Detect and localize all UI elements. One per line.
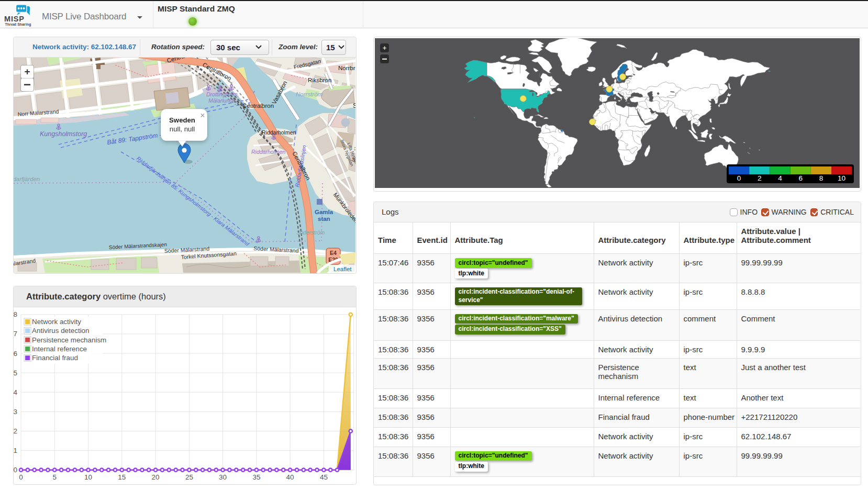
svg-text:30: 30 <box>219 473 227 481</box>
svg-text:ddarfjärden: ddarfjärden <box>14 176 40 182</box>
svg-text:Norrström: Norrström <box>296 91 323 97</box>
svg-text:stan: stan <box>318 216 330 222</box>
svg-text:Persistence mechanism: Persistence mechanism <box>32 336 106 344</box>
svg-text:3: 3 <box>14 408 18 416</box>
svg-text:Network activity: Network activity <box>32 318 81 326</box>
svg-text:Internal reference: Internal reference <box>32 345 87 353</box>
svg-text:2: 2 <box>758 174 762 182</box>
svg-text:Kungsholmstorg: Kungsholmstorg <box>40 130 87 138</box>
svg-text:Riddarholmen: Riddarholmen <box>262 129 296 136</box>
svg-text:2: 2 <box>14 427 18 435</box>
svg-text:Norrbr: Norrbr <box>338 65 355 71</box>
svg-text:Riksbron: Riksbron <box>308 77 331 83</box>
svg-text:Gamla: Gamla <box>315 209 333 215</box>
svg-text:Drottingholm,: Drottingholm, <box>206 91 239 97</box>
svg-text:+: + <box>383 44 387 52</box>
svg-text:1: 1 <box>14 447 18 454</box>
svg-text:8: 8 <box>14 310 18 318</box>
svg-text:Riddarholmen: Riddarholmen <box>251 149 286 155</box>
svg-text:35: 35 <box>252 473 260 481</box>
svg-text:S: S <box>353 102 355 109</box>
svg-text:5: 5 <box>14 369 18 377</box>
svg-text:10: 10 <box>838 174 845 182</box>
svg-text:0: 0 <box>19 473 23 481</box>
svg-text:25: 25 <box>185 473 193 481</box>
svg-text:MISP: MISP <box>4 15 25 23</box>
svg-text:8: 8 <box>819 174 824 182</box>
svg-text:Mälarlunch: Mälarlunch <box>208 97 236 104</box>
svg-text:Leaflet: Leaflet <box>333 266 352 272</box>
svg-text:Antivirus detection: Antivirus detection <box>32 327 89 335</box>
svg-text:40: 40 <box>286 473 294 481</box>
svg-text:20: 20 <box>152 473 160 481</box>
svg-text:5: 5 <box>53 473 57 481</box>
svg-text:45: 45 <box>320 473 328 481</box>
svg-text:10: 10 <box>84 473 92 481</box>
svg-text:null, null: null, null <box>170 125 195 133</box>
svg-text:15: 15 <box>118 473 126 481</box>
svg-text:Söderström: Söderström <box>296 229 325 236</box>
svg-text:0: 0 <box>14 466 18 474</box>
svg-text:6: 6 <box>798 174 803 182</box>
svg-text:Sweden: Sweden <box>169 116 195 124</box>
svg-text:Centralbron: Centralbron <box>242 103 274 109</box>
svg-text:Financial fraud: Financial fraud <box>32 354 78 362</box>
svg-text:+: + <box>24 66 30 77</box>
svg-text:6: 6 <box>14 350 18 358</box>
svg-text:Threat Sharing: Threat Sharing <box>5 23 31 27</box>
svg-text:0: 0 <box>737 174 741 182</box>
svg-text:E4: E4 <box>330 250 337 256</box>
svg-text:7: 7 <box>14 330 18 338</box>
svg-text:4: 4 <box>778 174 782 182</box>
svg-text:×: × <box>200 111 205 120</box>
svg-text:4: 4 <box>14 388 18 396</box>
